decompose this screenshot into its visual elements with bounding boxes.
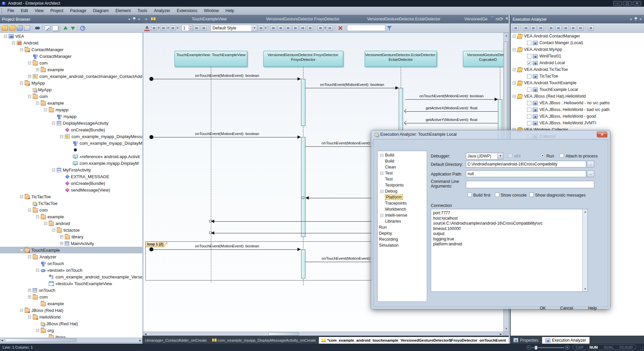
resize-grip[interactable] xyxy=(640,347,643,350)
autolayout-button[interactable] xyxy=(317,25,324,31)
diagram-filter-input[interactable] xyxy=(347,25,386,31)
tree-item[interactable]: JBoss (Red Hat) xyxy=(0,320,142,327)
expander[interactable]: − xyxy=(12,41,15,44)
file-tab[interactable]: *com_example_android_touchexample_Versio… xyxy=(318,337,509,344)
expander[interactable]: − xyxy=(20,309,23,312)
tab-list-dropdown-icon[interactable]: ▾ xyxy=(501,17,503,20)
expander[interactable]: − xyxy=(36,102,39,105)
script-checkbox[interactable] xyxy=(527,88,531,92)
dialog-tree-item[interactable]: Run xyxy=(378,224,427,230)
tree-item[interactable]: TicTacToe xyxy=(0,200,142,207)
analyzer-script-item[interactable]: −VEA.JBoss (Red Hat).HelloWorld xyxy=(511,93,644,100)
help-button[interactable]: Help xyxy=(586,305,599,311)
dialog-tree-item[interactable]: Simulation xyxy=(378,242,427,248)
scroll-up-icon[interactable]: ▲ xyxy=(505,34,508,37)
expander[interactable]: + xyxy=(36,68,39,71)
dialog-title-bar[interactable]: Execution Analyzer: TouchExample Local xyxy=(375,132,457,137)
tree-item[interactable]: −«testset» onTouch xyxy=(0,267,142,273)
dialog-tree-item[interactable]: −Build xyxy=(378,152,427,158)
sequence-message[interactable] xyxy=(211,221,395,222)
build-first-checkbox[interactable] xyxy=(468,193,472,197)
chevron-down-icon[interactable]: ▼ xyxy=(498,153,503,159)
tree-item[interactable]: sendMessage(View) xyxy=(0,187,142,193)
stopwatch-icon[interactable] xyxy=(563,25,569,31)
dialog-tree-item[interactable]: Recording xyxy=(378,236,427,242)
script-checkbox[interactable] xyxy=(527,114,531,119)
sequence-message[interactable] xyxy=(405,123,498,123)
fill-color-button[interactable] xyxy=(160,25,166,31)
analyzer-script-item[interactable]: Win8Test01 xyxy=(511,53,644,60)
tree-item[interactable]: −VEA xyxy=(0,33,142,39)
duplicate-dropdown-icon[interactable] xyxy=(52,25,58,31)
lifeline-head[interactable]: TouchExampleView: TouchExampleView xyxy=(174,51,247,67)
menu-diagram[interactable]: Diagram xyxy=(90,7,112,15)
expander[interactable]: + xyxy=(28,296,31,299)
tree-item[interactable]: −example xyxy=(0,100,142,106)
tree-item[interactable]: −example xyxy=(0,213,142,220)
filter-funnel-icon[interactable] xyxy=(386,25,392,31)
scroll-right-icon[interactable]: ▶ xyxy=(500,333,502,336)
file-tab[interactable]: com_example_myapp_DisplayMessageActivity… xyxy=(210,337,318,344)
analyzer-script-item[interactable]: VEA.JBoss, HelloWorld JVMTI xyxy=(511,120,644,126)
format-painter-button[interactable] xyxy=(201,25,207,31)
expander[interactable]: − xyxy=(20,249,23,252)
show-diagnostic-checkbox[interactable] xyxy=(529,193,534,197)
expander[interactable]: − xyxy=(513,48,516,51)
tree-item[interactable]: −TicTacToe xyxy=(0,193,142,200)
stepper-arrows-icon[interactable]: ▲▼ xyxy=(189,25,192,31)
expander[interactable]: − xyxy=(20,82,23,85)
expander[interactable]: − xyxy=(52,229,55,232)
minimize-button[interactable]: ─ xyxy=(613,1,622,6)
tree-item[interactable]: +onTouch xyxy=(0,287,142,294)
sequence-message[interactable] xyxy=(153,137,301,137)
tree-item[interactable]: −com xyxy=(0,60,142,66)
testpoints-icon[interactable] xyxy=(555,25,561,31)
tree-item[interactable]: −Android xyxy=(0,39,142,46)
tree-item[interactable]: onTouch xyxy=(0,260,142,267)
expander[interactable]: − xyxy=(60,135,63,138)
dialog-tree-item[interactable]: −Debug xyxy=(378,188,427,194)
expander[interactable]: − xyxy=(513,35,516,38)
tree-item[interactable]: jboss xyxy=(0,334,142,338)
sequence-message[interactable] xyxy=(153,249,301,250)
tree-item[interactable]: −com_example_myapp_DisplayMessa xyxy=(0,133,142,140)
tree-item[interactable]: −myapp xyxy=(0,106,142,113)
menu-help[interactable]: Help xyxy=(222,7,238,15)
sequence-message[interactable] xyxy=(305,88,399,88)
same-width-button[interactable] xyxy=(300,25,306,31)
functions-icon[interactable] xyxy=(570,25,576,31)
diagram-tab[interactable]: VersionedGestureDetector.EclairDetector xyxy=(367,17,440,21)
script-checkbox[interactable] xyxy=(527,108,531,112)
zoom-out-icon[interactable]: − xyxy=(527,345,531,350)
menu-edit[interactable]: Edit xyxy=(17,7,31,15)
file-tab[interactable]: ctmanager_ContactAdder_onCreate xyxy=(142,337,210,344)
menu-package[interactable]: Package xyxy=(67,7,90,15)
tree-item[interactable]: +library xyxy=(0,233,142,240)
expander[interactable]: − xyxy=(28,255,31,258)
dialog-tree-item[interactable]: Clean xyxy=(378,164,427,170)
sequence-message[interactable] xyxy=(153,79,301,79)
expander[interactable]: − xyxy=(513,68,516,71)
expander[interactable]: − xyxy=(380,172,383,175)
stack-icon[interactable] xyxy=(577,25,584,31)
browse-application-button[interactable]: ... xyxy=(587,170,594,177)
expander[interactable]: − xyxy=(28,62,31,65)
dialog-tree-item[interactable]: Libraries xyxy=(378,218,427,224)
expander[interactable]: − xyxy=(28,316,31,319)
dialog-tree-item[interactable]: Tracepoints xyxy=(378,200,427,206)
tree-item[interactable]: EXTRA_MESSAGE xyxy=(0,173,142,180)
expander[interactable]: − xyxy=(36,215,39,218)
scripts-dropdown-icon[interactable] xyxy=(513,25,519,31)
chevron-down-icon[interactable]: ▾ xyxy=(129,17,130,21)
expander[interactable]: − xyxy=(380,190,383,193)
scroll-down-icon[interactable]: ▼ xyxy=(505,327,508,330)
expander[interactable]: − xyxy=(513,95,516,98)
profiler-icon[interactable] xyxy=(548,25,554,31)
dialog-tree-item[interactable]: Test xyxy=(378,176,427,182)
tree-item[interactable] xyxy=(0,146,142,153)
tab-overflow-icon[interactable]: » xyxy=(145,16,147,21)
tree-item[interactable]: −com xyxy=(0,93,142,100)
scroll-right-icon[interactable]: ▶ xyxy=(139,339,141,342)
chevron-down-icon[interactable]: ▾ xyxy=(630,17,632,21)
browse-directory-button[interactable]: ... xyxy=(587,161,594,167)
